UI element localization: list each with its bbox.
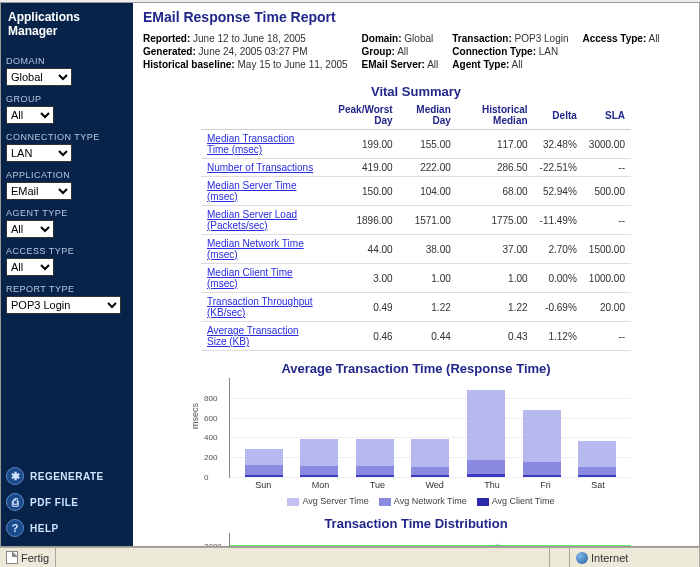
metric-link[interactable]: Median Server Time (msec) [207,180,296,202]
table-row: Median Network Time (msec)44.0038.0037.0… [201,235,631,264]
metric-link[interactable]: Median Client Time (msec) [207,267,293,289]
status-done: Fertig [21,552,49,564]
report-title: EMail Response Time Report [143,9,689,25]
chart1-title: Average Transaction Time (Response Time) [143,361,689,376]
table-row: Median Client Time (msec)3.001.001.000.0… [201,264,631,293]
report-meta: Reported: June 12 to June 18, 2005 Gener… [143,33,689,70]
table-row: Transaction Throughput (KB/sec)0.491.221… [201,293,631,322]
report-select[interactable]: POP3 Login [6,296,121,314]
regenerate-button[interactable]: ✱ REGENERATE [6,467,128,485]
connection-select[interactable]: LAN [6,144,72,162]
domain-select[interactable]: Global [6,68,72,86]
table-row: Median Server Time (msec)150.00104.0068.… [201,177,631,206]
page-icon [6,551,18,564]
access-select[interactable]: All [6,258,54,276]
chart2-title: Transaction Time Distribution [143,516,689,531]
application-label: APPLICATION [6,170,128,180]
pdf-icon: ⎙ [6,493,24,511]
agent-label: AGENT TYPE [6,208,128,218]
domain-label: DOMAIN [6,56,128,66]
refresh-icon: ✱ [6,467,24,485]
area-chart: msecs 0100020003000 SunMonTueWedThuFriSa… [201,533,631,546]
help-icon: ? [6,519,24,537]
table-row: Median Server Load (Packets/sec)1896.001… [201,206,631,235]
application-select[interactable]: EMail [6,182,72,200]
metric-link[interactable]: Transaction Throughput (KB/sec) [207,296,313,318]
table-row: Average Transaction Size (KB)0.460.440.4… [201,322,631,351]
vital-table: Peak/Worst DayMedian DayHistorical Media… [201,101,631,351]
bar-chart: msecs 0200400600800 SunMonTueWedThuFriSa… [201,378,631,490]
group-label: GROUP [6,94,128,104]
metric-link[interactable]: Average Transaction Size (KB) [207,325,299,347]
metric-link[interactable]: Median Network Time (msec) [207,238,304,260]
table-row: Median Transaction Time (msec)199.00155.… [201,130,631,159]
metric-link[interactable]: Median Server Load (Packets/sec) [207,209,297,231]
content-pane[interactable]: EMail Response Time Report Reported: Jun… [133,3,699,546]
help-button[interactable]: ? HELP [6,519,128,537]
table-row: Number of Transactions419.00222.00286.50… [201,159,631,177]
agent-select[interactable]: All [6,220,54,238]
statusbar: Fertig Internet [0,547,700,567]
app-title: Applications Manager [6,8,128,48]
connection-label: CONNECTION TYPE [6,132,128,142]
pdf-button[interactable]: ⎙ PDF FILE [6,493,128,511]
group-select[interactable]: All [6,106,54,124]
access-label: ACCESS TYPE [6,246,128,256]
chart1-legend: Avg Server TimeAvg Network TimeAvg Clien… [143,496,689,506]
globe-icon [576,552,588,564]
metric-link[interactable]: Number of Transactions [207,162,313,173]
vital-title: Vital Summary [143,84,689,99]
metric-link[interactable]: Median Transaction Time (msec) [207,133,294,155]
sidebar: Applications Manager DOMAIN Global GROUP… [1,3,133,546]
report-label: REPORT TYPE [6,284,128,294]
status-zone: Internet [591,552,628,564]
